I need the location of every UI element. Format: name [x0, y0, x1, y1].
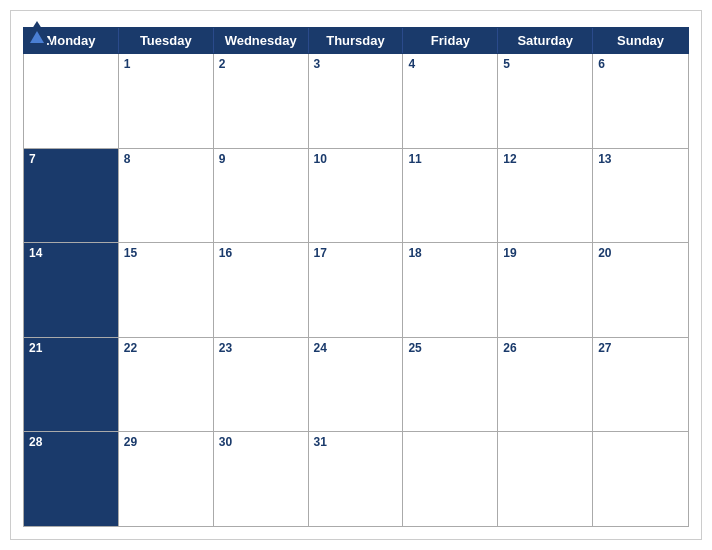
day-cell: 17 — [309, 243, 404, 337]
day-cell: 22 — [119, 338, 214, 432]
day-cell: 20 — [593, 243, 688, 337]
day-cell: 13 — [593, 149, 688, 243]
day-cell: 3 — [309, 54, 404, 148]
logo-icon — [23, 21, 51, 43]
day-cell: 21 — [24, 338, 119, 432]
day-cell — [498, 432, 593, 526]
day-header-wednesday: Wednesday — [214, 28, 309, 53]
day-cell: 7 — [24, 149, 119, 243]
day-cell: 4 — [403, 54, 498, 148]
day-cell: 10 — [309, 149, 404, 243]
day-cell: 15 — [119, 243, 214, 337]
day-cell: 30 — [214, 432, 309, 526]
day-cell: 16 — [214, 243, 309, 337]
day-cell: 23 — [214, 338, 309, 432]
day-cell: 1 — [119, 54, 214, 148]
day-cell: 12 — [498, 149, 593, 243]
day-cell: 2 — [214, 54, 309, 148]
day-header-thursday: Thursday — [309, 28, 404, 53]
week-row-4: 28293031 — [24, 432, 688, 526]
day-cell: 31 — [309, 432, 404, 526]
day-cell: 27 — [593, 338, 688, 432]
day-cell — [24, 54, 119, 148]
calendar: Monday Tuesday Wednesday Thursday Friday… — [10, 10, 702, 540]
day-cell: 18 — [403, 243, 498, 337]
week-row-2: 14151617181920 — [24, 243, 688, 338]
weeks-container: 1234567891011121314151617181920212223242… — [23, 54, 689, 527]
day-cell: 9 — [214, 149, 309, 243]
week-row-3: 21222324252627 — [24, 338, 688, 433]
day-header-friday: Friday — [403, 28, 498, 53]
day-cell — [403, 432, 498, 526]
day-cell: 29 — [119, 432, 214, 526]
calendar-grid: Monday Tuesday Wednesday Thursday Friday… — [23, 27, 689, 527]
day-cell — [593, 432, 688, 526]
day-cell: 28 — [24, 432, 119, 526]
logo — [23, 21, 53, 43]
day-cell: 19 — [498, 243, 593, 337]
day-cell: 25 — [403, 338, 498, 432]
week-row-1: 78910111213 — [24, 149, 688, 244]
day-cell: 5 — [498, 54, 593, 148]
day-cell: 26 — [498, 338, 593, 432]
day-cell: 8 — [119, 149, 214, 243]
day-header-tuesday: Tuesday — [119, 28, 214, 53]
week-row-0: 123456 — [24, 54, 688, 149]
day-headers: Monday Tuesday Wednesday Thursday Friday… — [23, 27, 689, 54]
day-cell: 24 — [309, 338, 404, 432]
day-cell: 14 — [24, 243, 119, 337]
day-cell: 11 — [403, 149, 498, 243]
day-cell: 6 — [593, 54, 688, 148]
day-header-sunday: Sunday — [593, 28, 688, 53]
day-header-saturday: Saturday — [498, 28, 593, 53]
